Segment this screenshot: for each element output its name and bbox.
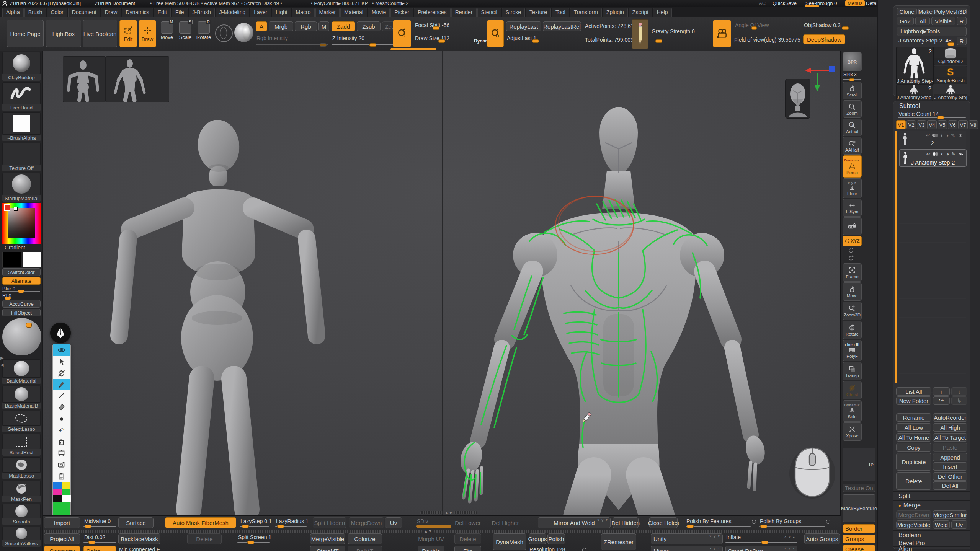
min-connected-slider[interactable]: Min Connected F	[118, 546, 168, 551]
visibility-eye-icon[interactable]	[957, 133, 964, 138]
document-canvas[interactable]: ↶ ▲▼	[43, 51, 841, 516]
vtab-v8[interactable]: V8	[969, 120, 978, 129]
contrast-icon[interactable]: ◑	[946, 151, 949, 157]
goz-r-button[interactable]: R	[957, 17, 967, 25]
resolution-slider[interactable]: Resolution 128	[529, 546, 580, 551]
double-button[interactable]: Double	[418, 546, 444, 551]
list-all-button[interactable]: List All	[896, 387, 931, 396]
zoom3d-button[interactable]: Zoom3D	[843, 302, 862, 320]
replay-icon-button[interactable]: D	[487, 20, 504, 47]
clone-button[interactable]: Clone	[897, 8, 917, 15]
texture-preview-box[interactable]: Te	[843, 448, 875, 481]
goz-visible-button[interactable]: Visible	[931, 17, 955, 25]
menu-help[interactable]: Help	[653, 8, 672, 17]
stroke-thumbnail[interactable]: FreeHand	[2, 82, 41, 111]
draw-size-slider[interactable]: Draw Size 112	[414, 35, 472, 42]
panel-edge-scrollstrip[interactable]	[879, 253, 882, 386]
sdiv-slider[interactable]: SDiv	[416, 518, 451, 527]
select-lasso-thumb[interactable]: SelectLasso	[2, 411, 41, 432]
material-thumbnail[interactable]: StartupMaterial	[2, 173, 41, 202]
cylinder3d-thumbnail[interactable]: Cylinder3D	[934, 47, 967, 65]
brush-preview[interactable]	[2, 318, 42, 358]
zsub-button[interactable]: Zsub	[357, 21, 381, 31]
all-to-target-button[interactable]: All To Target	[933, 433, 967, 442]
vtab-v3[interactable]: V3	[917, 120, 926, 129]
color-yellow[interactable]	[62, 482, 70, 489]
annot-cursor-button[interactable]	[53, 356, 70, 367]
lazyradius-slider[interactable]: LazyRadius 1	[275, 518, 307, 527]
dist-slider[interactable]: Dist 0.02	[83, 534, 116, 543]
rot-y-icon[interactable]	[848, 247, 854, 253]
live-boolean-button[interactable]: Live Boolean	[83, 20, 117, 47]
vtab-v7[interactable]: V7	[958, 120, 968, 129]
mask-by-feature-button[interactable]: MaskByFeature	[843, 494, 875, 522]
menu-file[interactable]: File	[172, 8, 188, 17]
menu-layer[interactable]: Layer	[250, 8, 271, 17]
secondary-color-swatch[interactable]	[23, 252, 41, 267]
surface-button[interactable]: Surface	[118, 517, 154, 528]
subtool-empty-row[interactable]	[899, 299, 966, 318]
annot-size-button[interactable]	[53, 413, 70, 425]
del-higher-button[interactable]: Del Higher	[491, 517, 519, 528]
lightbox-tools-button[interactable]: Lightbox▶Tools	[897, 27, 967, 36]
halfcircle-icon[interactable]: ◐	[940, 132, 943, 138]
smart-resym-button[interactable]: Smart ReSymx y z	[725, 546, 797, 551]
vtab-v2[interactable]: V2	[906, 120, 916, 129]
duplicate-button[interactable]: Duplicate	[896, 453, 931, 471]
subtool-scrollbar[interactable]	[895, 131, 897, 383]
project-all-button[interactable]: ProjectAll	[44, 533, 80, 544]
annot-marker-button[interactable]	[53, 379, 70, 390]
visibility-eye-icon[interactable]	[958, 152, 964, 156]
annot-undo-button[interactable]: ↶	[53, 425, 70, 436]
bpr-button[interactable]: BPR	[843, 52, 862, 71]
menu-transform[interactable]: Transform	[570, 8, 602, 17]
obj-shadow-slider[interactable]: ObjShadow 0.3	[803, 22, 857, 29]
make-polymesh3d-button[interactable]: Make PolyMesh3D	[918, 8, 967, 15]
replay-last-button[interactable]: ReplayLast	[506, 21, 541, 31]
merge-down-button[interactable]: MergeDown	[349, 517, 384, 528]
prev-tool-thumbnail[interactable]: 2 J Anatomy Step-2	[896, 84, 933, 101]
uv-button[interactable]: Uv	[951, 520, 967, 529]
stroke-picker-button[interactable]	[215, 24, 233, 42]
all-high-button[interactable]: All High	[933, 423, 967, 432]
groups-button-bottom[interactable]: Groups	[529, 533, 546, 544]
all-low-button[interactable]: All Low	[896, 423, 931, 432]
menu-stroke[interactable]: Stroke	[502, 8, 525, 17]
menu-stencil[interactable]: Stencil	[477, 8, 501, 17]
paste-button[interactable]: Paste	[933, 443, 967, 452]
subtool-empty-row[interactable]	[899, 318, 966, 336]
xpose-button[interactable]: Xpose	[843, 422, 862, 441]
sv-cursor[interactable]	[14, 207, 18, 211]
basic-material-b-thumb[interactable]: BasicMaterialB	[2, 386, 41, 409]
alpha-thumbnail[interactable]: ~BrushAlpha	[2, 112, 41, 141]
gravity-pencil-thumb[interactable]	[632, 19, 648, 49]
annot-line-button[interactable]	[53, 390, 70, 402]
zremesher-button[interactable]: ZRemesher	[601, 533, 636, 550]
subtool-row-selected[interactable]: ↩ ◐ ◑ ✎ J Anatomy Step-2	[899, 149, 967, 167]
append-button[interactable]: Append	[933, 453, 967, 461]
dynamesh-button[interactable]: DynaMesh	[493, 533, 526, 550]
brush-thumbnail[interactable]: ClayBuildup	[2, 52, 41, 81]
annot-timer-button[interactable]	[53, 367, 70, 379]
polish-by-features-slider[interactable]: Polish By Features	[686, 518, 751, 527]
inflate-slider[interactable]: Inflate x y z	[725, 534, 797, 543]
aahalf-button[interactable]: AAHalf	[843, 137, 862, 155]
smooth-thumb[interactable]: Smooth	[2, 504, 41, 525]
prev-tool2-thumbnail[interactable]: J Anatomy Step-1	[934, 84, 967, 101]
rotate-mode-button[interactable]: R Rotate	[195, 21, 212, 40]
weld-button[interactable]: Weld	[933, 520, 950, 529]
annot-eraser-button[interactable]	[53, 402, 70, 413]
visible-count-slider[interactable]: Visible Count 14	[898, 111, 966, 119]
transp-button[interactable]: Transp	[843, 362, 862, 380]
a-button[interactable]: A	[256, 21, 267, 31]
merge-visible-button[interactable]: MergeVisible	[896, 520, 931, 529]
quicksave-button[interactable]: QuickSave	[773, 0, 797, 6]
subtool-empty-row[interactable]	[899, 168, 966, 186]
sv-square[interactable]	[8, 208, 35, 238]
home-page-button[interactable]: Home Page	[7, 20, 44, 47]
color-picker[interactable]	[2, 203, 41, 244]
border-button[interactable]: Border	[843, 524, 875, 533]
fov-label[interactable]: Field of view(deg) 39.59775	[734, 37, 800, 43]
m-button[interactable]: M	[318, 21, 329, 31]
menu-zscript[interactable]: Zscript	[629, 8, 652, 17]
